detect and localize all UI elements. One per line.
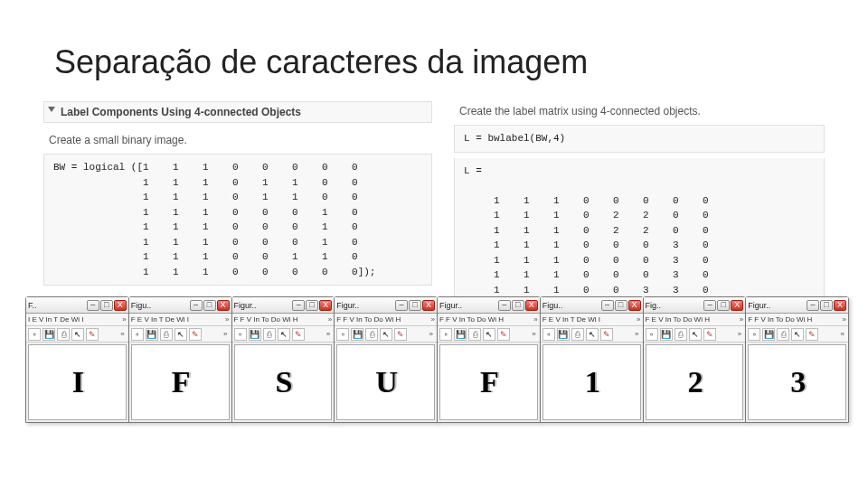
titlebar[interactable]: Fig.. – □ X xyxy=(644,297,746,314)
print-icon[interactable]: ⎙ xyxy=(468,328,481,341)
menu-items[interactable]: F F V In To Do Wi H xyxy=(336,315,401,324)
print-icon[interactable]: ⎙ xyxy=(777,328,789,341)
save-icon[interactable]: 💾 xyxy=(762,328,775,341)
close-button[interactable]: X xyxy=(628,300,641,311)
maximize-button[interactable]: □ xyxy=(615,300,627,311)
menubar[interactable]: F F V In To Do Wi H » xyxy=(335,314,437,326)
print-icon[interactable]: ⎙ xyxy=(365,328,378,341)
titlebar[interactable]: Figu.. – □ X xyxy=(541,297,643,314)
menu-overflow-icon[interactable]: » xyxy=(843,315,846,324)
maximize-button[interactable]: □ xyxy=(409,300,421,311)
section-header-left[interactable]: Label Components Using 4-connected Objec… xyxy=(43,101,432,123)
titlebar[interactable]: Figur.. – □ X xyxy=(232,297,335,314)
pointer-icon[interactable]: ↖ xyxy=(175,328,187,341)
minimize-button[interactable]: – xyxy=(807,300,819,311)
pointer-icon[interactable]: ↖ xyxy=(483,328,495,341)
print-icon[interactable]: ⎙ xyxy=(571,328,584,341)
close-button[interactable]: X xyxy=(731,300,743,311)
toolbar-overflow-icon[interactable]: » xyxy=(738,330,743,338)
save-icon[interactable]: 💾 xyxy=(660,328,673,341)
menu-items[interactable]: F F V In To Do Wi H xyxy=(439,315,504,324)
new-file-icon[interactable]: ▫ xyxy=(748,328,760,341)
titlebar[interactable]: Figur.. – □ X xyxy=(335,297,437,314)
brush-icon[interactable]: ✎ xyxy=(703,328,716,341)
pointer-icon[interactable]: ↖ xyxy=(71,328,84,341)
new-file-icon[interactable]: ▫ xyxy=(131,328,144,341)
menu-overflow-icon[interactable]: » xyxy=(225,315,229,324)
print-icon[interactable]: ⎙ xyxy=(160,328,173,341)
pointer-icon[interactable]: ↖ xyxy=(791,328,804,341)
save-icon[interactable]: 💾 xyxy=(351,328,363,341)
menu-overflow-icon[interactable]: » xyxy=(431,315,435,324)
menu-items[interactable]: F E V In T De Wi I xyxy=(542,315,600,324)
menu-items[interactable]: F E V In T De Wi I xyxy=(131,315,189,324)
minimize-button[interactable]: – xyxy=(601,300,614,311)
menubar[interactable]: F F V In To Do Wi H » xyxy=(746,314,848,326)
menubar[interactable]: F E V In T De Wi I » xyxy=(129,314,231,326)
brush-icon[interactable]: ✎ xyxy=(600,328,613,341)
toolbar-overflow-icon[interactable]: » xyxy=(326,330,332,338)
menubar[interactable]: F F V In To Do Wi H » xyxy=(438,314,540,326)
minimize-button[interactable]: – xyxy=(87,300,99,311)
toolbar-overflow-icon[interactable]: » xyxy=(532,330,537,338)
titlebar[interactable]: Figur.. – □ X xyxy=(438,297,540,314)
save-icon[interactable]: 💾 xyxy=(454,328,467,341)
brush-icon[interactable]: ✎ xyxy=(292,328,305,341)
new-file-icon[interactable]: ▫ xyxy=(234,328,247,341)
print-icon[interactable]: ⎙ xyxy=(675,328,687,341)
brush-icon[interactable]: ✎ xyxy=(394,328,407,341)
menu-overflow-icon[interactable]: » xyxy=(122,315,126,324)
menubar[interactable]: I E V In T De Wi I » xyxy=(26,314,128,326)
titlebar[interactable]: F.. – □ X xyxy=(26,297,128,314)
menubar[interactable]: F E V In T De Wi I » xyxy=(541,314,643,326)
close-button[interactable]: X xyxy=(834,300,846,311)
minimize-button[interactable]: – xyxy=(395,300,408,311)
toolbar-overflow-icon[interactable]: » xyxy=(120,330,126,338)
pointer-icon[interactable]: ↖ xyxy=(278,328,290,341)
maximize-button[interactable]: □ xyxy=(717,300,730,311)
print-icon[interactable]: ⎙ xyxy=(263,328,276,341)
brush-icon[interactable]: ✎ xyxy=(189,328,202,341)
brush-icon[interactable]: ✎ xyxy=(806,328,818,341)
maximize-button[interactable]: □ xyxy=(306,300,318,311)
menu-items[interactable]: I E V In T De Wi I xyxy=(28,315,84,324)
menu-items[interactable]: F F V In To Do Wi H xyxy=(234,315,298,324)
collapse-arrow-icon[interactable] xyxy=(48,107,55,112)
close-button[interactable]: X xyxy=(422,300,435,311)
save-icon[interactable]: 💾 xyxy=(42,328,55,341)
new-file-icon[interactable]: ▫ xyxy=(28,328,41,341)
menubar[interactable]: F E V In To Do Wi H » xyxy=(644,314,746,326)
new-file-icon[interactable]: ▫ xyxy=(646,328,658,341)
close-button[interactable]: X xyxy=(114,300,127,311)
toolbar-overflow-icon[interactable]: » xyxy=(223,330,229,338)
toolbar-overflow-icon[interactable]: » xyxy=(429,330,435,338)
maximize-button[interactable]: □ xyxy=(100,300,113,311)
close-button[interactable]: X xyxy=(319,300,332,311)
menu-items[interactable]: F F V In To Do Wi H xyxy=(748,315,812,324)
toolbar-overflow-icon[interactable]: » xyxy=(635,330,640,338)
menubar[interactable]: F F V In To Do Wi H » xyxy=(232,314,335,326)
maximize-button[interactable]: □ xyxy=(820,300,833,311)
menu-overflow-icon[interactable]: » xyxy=(328,315,332,324)
minimize-button[interactable]: – xyxy=(498,300,511,311)
pointer-icon[interactable]: ↖ xyxy=(380,328,392,341)
save-icon[interactable]: 💾 xyxy=(249,328,261,341)
save-icon[interactable]: 💾 xyxy=(146,328,158,341)
menu-overflow-icon[interactable]: » xyxy=(533,315,537,324)
minimize-button[interactable]: – xyxy=(703,300,716,311)
titlebar[interactable]: Figur.. – □ X xyxy=(746,297,848,314)
brush-icon[interactable]: ✎ xyxy=(86,328,99,341)
maximize-button[interactable]: □ xyxy=(203,300,216,311)
new-file-icon[interactable]: ▫ xyxy=(439,328,452,341)
close-button[interactable]: X xyxy=(217,300,230,311)
close-button[interactable]: X xyxy=(525,300,538,311)
menu-overflow-icon[interactable]: » xyxy=(740,315,743,324)
save-icon[interactable]: 💾 xyxy=(557,328,570,341)
minimize-button[interactable]: – xyxy=(292,300,305,311)
pointer-icon[interactable]: ↖ xyxy=(689,328,702,341)
pointer-icon[interactable]: ↖ xyxy=(586,328,599,341)
new-file-icon[interactable]: ▫ xyxy=(336,328,349,341)
brush-icon[interactable]: ✎ xyxy=(497,328,510,341)
toolbar-overflow-icon[interactable]: » xyxy=(841,330,846,338)
titlebar[interactable]: Figu.. – □ X xyxy=(129,297,231,314)
